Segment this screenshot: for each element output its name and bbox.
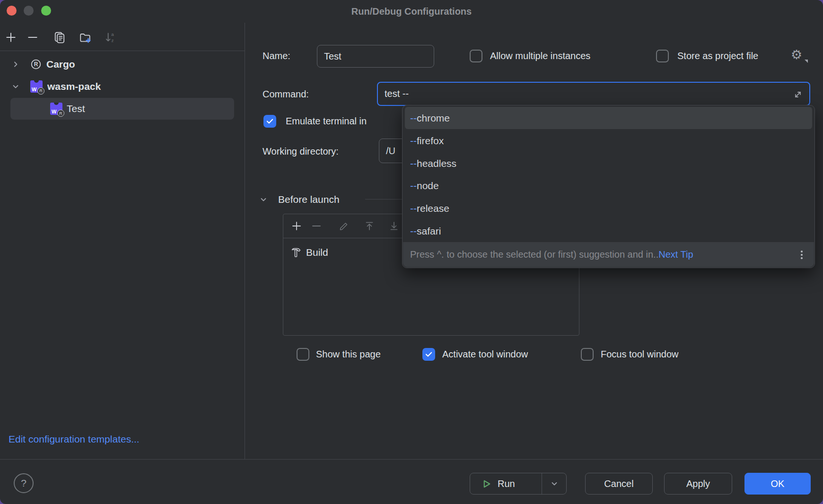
name-label: Name: [263, 50, 290, 62]
suggestion-item[interactable]: --firefox [405, 130, 812, 152]
suggestion-prefix: -- [410, 226, 417, 237]
suggestion-item[interactable]: --chrome [405, 107, 812, 129]
tree-item-test-selected[interactable]: WR Test [10, 98, 234, 120]
help-button[interactable]: ? [14, 473, 34, 493]
tree-item-label: Test [67, 103, 85, 114]
sort-alphabetically-icon[interactable]: az [104, 31, 116, 43]
help-icon: ? [21, 478, 26, 489]
hint-text: Press ^. to choose the selected (or firs… [410, 249, 658, 260]
edit-configuration-templates-link[interactable]: Edit configuration templates... [9, 434, 140, 445]
suggestion-name: safari [417, 226, 441, 237]
sidebar-toolbar-divider [0, 51, 245, 51]
run-debug-configurations-dialog: Run/Debug Configurations az R Cargo WR w… [0, 0, 823, 504]
add-icon[interactable] [5, 31, 17, 43]
hammer-icon [290, 246, 302, 259]
allow-multiple-instances-label: Allow multiple instances [490, 50, 590, 62]
copy-icon[interactable] [53, 31, 66, 43]
suggestion-name: node [417, 180, 439, 191]
suggestion-item[interactable]: --release [405, 197, 812, 219]
working-directory-value: /U [386, 146, 395, 156]
run-button[interactable]: Run [470, 473, 567, 495]
wasm-pack-icon: WR [50, 103, 62, 115]
play-icon [481, 478, 492, 490]
expand-icon[interactable] [792, 89, 804, 100]
command-suggestions-popup: --chrome --firefox --headless --node --r… [402, 105, 815, 268]
working-directory-label: Working directory: [263, 145, 339, 158]
activate-tool-window-label: Activate tool window [442, 348, 528, 361]
sidebar-divider [245, 23, 245, 459]
ok-button[interactable]: OK [744, 473, 811, 495]
suggestion-prefix: -- [410, 113, 417, 124]
focus-tool-window-label: Focus tool window [601, 348, 679, 361]
emulate-terminal-label: Emulate terminal in [286, 115, 367, 128]
tree-item-label: Cargo [46, 59, 75, 70]
suggestion-prefix: -- [410, 158, 417, 169]
cancel-button[interactable]: Cancel [585, 473, 653, 495]
tree-item-cargo[interactable]: R Cargo [0, 53, 245, 75]
store-as-project-file-checkbox[interactable] [656, 50, 669, 62]
svg-text:z: z [111, 38, 114, 43]
footer-divider [0, 459, 823, 460]
activate-tool-window-checkbox[interactable] [422, 348, 435, 361]
show-this-page-label: Show this page [316, 348, 381, 361]
suggestions-hint-bar: Press ^. to choose the selected (or firs… [403, 242, 814, 267]
suggestion-item[interactable]: --safari [405, 220, 812, 242]
show-this-page-checkbox[interactable] [297, 348, 309, 361]
svg-text:a: a [111, 32, 114, 37]
name-input[interactable]: Test [317, 45, 434, 68]
suggestion-name: release [417, 203, 449, 214]
apply-button-label: Apply [686, 478, 710, 489]
run-button-label: Run [498, 478, 515, 489]
command-input[interactable]: test -- [377, 82, 810, 106]
suggestion-prefix: -- [410, 135, 417, 147]
suggestion-prefix: -- [410, 203, 417, 214]
suggestion-name: chrome [417, 113, 450, 124]
run-options-button[interactable] [542, 473, 566, 494]
name-value: Test [324, 51, 341, 62]
move-up-icon[interactable] [364, 220, 375, 232]
ok-button-label: OK [771, 478, 785, 489]
store-as-project-file-label: Store as project file [677, 50, 758, 62]
suggestion-prefix: -- [410, 180, 417, 191]
suggestion-item[interactable]: --headless [405, 152, 812, 174]
add-icon[interactable] [291, 220, 302, 232]
allow-multiple-instances-checkbox[interactable] [470, 50, 482, 62]
focus-tool-window-checkbox[interactable] [581, 348, 594, 361]
gear-dropdown-triangle-icon [805, 60, 808, 63]
new-folder-icon[interactable] [79, 31, 91, 43]
tree-item-label: wasm-pack [47, 81, 101, 92]
kebab-menu-icon[interactable] [797, 249, 807, 261]
task-label: Build [306, 247, 328, 258]
chevron-down-icon [550, 479, 559, 488]
tree-item-wasm-pack[interactable]: WR wasm-pack [0, 75, 245, 97]
chevron-down-icon[interactable] [259, 195, 268, 204]
suggestion-name: headless [417, 158, 456, 169]
dialog-window: Run/Debug Configurations az R Cargo WR w… [0, 0, 823, 504]
edit-icon[interactable] [338, 220, 350, 232]
command-value: test -- [385, 88, 409, 99]
remove-icon[interactable] [311, 220, 322, 232]
wasm-pack-icon: WR [30, 80, 43, 93]
emulate-terminal-checkbox[interactable] [263, 115, 276, 128]
gear-icon[interactable]: ⚙ [791, 48, 802, 62]
cancel-button-label: Cancel [604, 478, 633, 489]
before-launch-title: Before launch [278, 193, 340, 206]
move-down-icon[interactable] [388, 220, 400, 232]
remove-icon[interactable] [26, 31, 39, 43]
chevron-right-icon[interactable] [11, 60, 20, 69]
apply-button[interactable]: Apply [664, 473, 732, 495]
command-label: Command: [263, 88, 309, 101]
chevron-down-icon[interactable] [11, 82, 20, 91]
rust-icon: R [30, 59, 42, 70]
dialog-title: Run/Debug Configurations [0, 0, 823, 23]
suggestion-item[interactable]: --node [405, 174, 812, 197]
svg-text:R: R [34, 61, 38, 68]
next-tip-link[interactable]: Next Tip [658, 249, 693, 260]
suggestion-name: firefox [417, 135, 444, 147]
